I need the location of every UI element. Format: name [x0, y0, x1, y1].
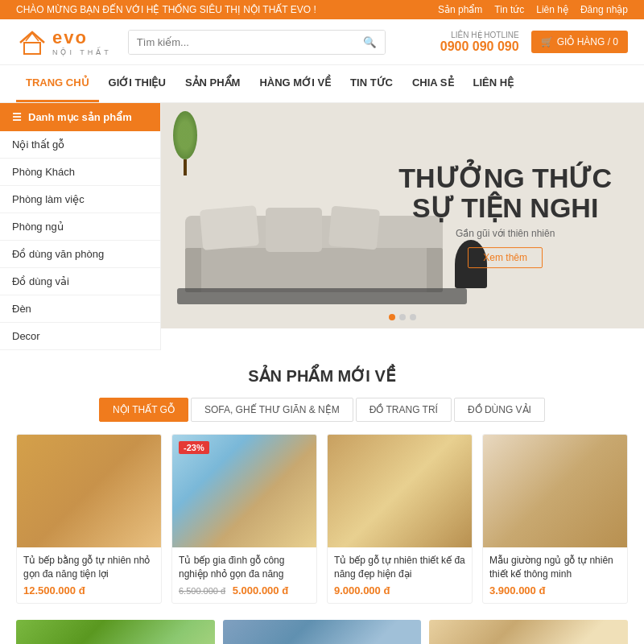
search-input[interactable]: [129, 31, 355, 54]
section-title: SẢN PHẨM MỚI VỀ: [16, 366, 628, 386]
top-bar-message: CHÀO MỪNG BẠN ĐẾN VỚI HỆ THỐNG SIÊU THỊ …: [16, 4, 316, 15]
product-name-3: Tủ bếp gỗ tự nhiên thiết kế đa năng đẹp …: [334, 554, 465, 580]
content-area: ☰ Danh mục sản phẩm Nội thất gỗ Phòng Kh…: [0, 103, 644, 350]
sidebar-item-phongkhach[interactable]: Phòng Khách: [0, 159, 160, 186]
price-group-2: 6.500.000 đ 5.000.000 đ: [179, 584, 310, 597]
product-image-4: [483, 435, 627, 547]
product-grid: Tủ bếp bằng gỗ tự nhiên nhỏ gọn đa năng …: [16, 434, 628, 604]
cart-label: GIỎ HÀNG / 0: [557, 36, 618, 47]
sidebar-header-label: Danh mục sản phẩm: [28, 111, 132, 123]
dot-1[interactable]: [389, 314, 395, 320]
product-info-2: Tủ bếp gia đình gỗ công nghiệp nhỏ gọn đ…: [172, 547, 316, 603]
hero-text: THƯỞNG THỨC SỰ TIỆN NGHI Gần gũi với thi…: [398, 163, 612, 268]
hotline-number: 0900 090 090: [440, 39, 519, 54]
sidebar-header: ☰ Danh mục sản phẩm: [0, 103, 160, 131]
logo-icon: [16, 28, 48, 56]
svg-rect-0: [24, 43, 40, 54]
category-card-phongnu[interactable]: PHÒNG NGỦ: [429, 620, 628, 644]
hero-subtext: Gần gũi với thiên nhiên: [398, 228, 612, 239]
product-card-3[interactable]: Tủ bếp gỗ tự nhiên thiết kế đa năng đẹp …: [327, 434, 473, 604]
hero-heading: THƯỞNG THỨC SỰ TIỆN NGHI: [398, 163, 612, 224]
cushion2: [266, 208, 322, 252]
nav-item-sanpham[interactable]: SẢN PHẨM: [175, 65, 250, 102]
sidebar-item-noithatgo[interactable]: Nội thất gỗ: [0, 131, 160, 159]
topbar-link-2[interactable]: Liên hệ: [536, 4, 568, 15]
main-nav: TRANG CHỦ GIỚI THIỆU SẢN PHẨM HÀNG MỚI V…: [0, 65, 644, 103]
topbar-link-3[interactable]: Đăng nhập: [580, 4, 628, 15]
hotline-label: LIÊN HỆ HOTLINE: [440, 31, 519, 39]
sidebar-item-phonglamviec[interactable]: Phòng làm việc: [0, 186, 160, 213]
top-bar: CHÀO MỪNG BẠN ĐẾN VỚI HỆ THỐNG SIÊU THỊ …: [0, 0, 644, 19]
product-name-1: Tủ bếp bằng gỗ tự nhiên nhỏ gọn đa năng …: [23, 554, 155, 580]
tab-dotrangri[interactable]: ĐỒ TRANG TRÍ: [356, 398, 452, 422]
header: evo NỘI THẤT 🔍 LIÊN HỆ HOTLINE 0900 090 …: [0, 19, 644, 65]
nav-item-chiase[interactable]: CHIA SẺ: [402, 65, 464, 102]
search-box[interactable]: 🔍: [128, 30, 386, 55]
sidebar-item-phongnu[interactable]: Phòng ngủ: [0, 213, 160, 241]
menu-icon: ☰: [12, 111, 22, 123]
product-price-4: 3.900.000 đ: [489, 584, 621, 597]
product-info-3: Tủ bếp gỗ tự nhiên thiết kế đa năng đẹp …: [328, 547, 472, 603]
rug: [177, 288, 467, 304]
product-card-2[interactable]: -23% Tủ bếp gia đình gỗ công nghiệp nhỏ …: [171, 434, 317, 604]
logo-sub: NỘI THẤT: [52, 48, 112, 56]
tab-dodungvai[interactable]: ĐỒ DÙNG VẢI: [454, 398, 545, 422]
sidebar-item-den[interactable]: Đèn: [0, 295, 160, 323]
logo: evo NỘI THẤT: [16, 27, 112, 56]
product-price-1: 12.500.000 đ: [23, 584, 155, 597]
category-card-phonglamviec[interactable]: PHÒNG LÀM VIỆC: [223, 620, 422, 644]
product-card-4[interactable]: Mẫu giường ngủ gỗ tự nhiên thiết kế thôn…: [482, 434, 628, 604]
hero-heading-1: THƯỞNG THỨC: [398, 163, 612, 193]
nav-item-lienhe[interactable]: LIÊN HỆ: [464, 65, 524, 102]
sidebar-item-dodungvanphong[interactable]: Đồ dùng văn phòng: [0, 241, 160, 268]
topbar-link-0[interactable]: Sản phẩm: [438, 4, 482, 15]
dot-2[interactable]: [399, 314, 406, 320]
product-name-4: Mẫu giường ngủ gỗ tự nhiên thiết kế thôn…: [489, 554, 621, 580]
sofa-armL: [185, 248, 201, 292]
discount-badge-2: -23%: [179, 441, 209, 454]
product-price-3: 9.000.000 đ: [334, 584, 465, 597]
nav-item-trangchu[interactable]: TRANG CHỦ: [16, 65, 99, 102]
plant: [165, 111, 205, 167]
product-name-2: Tủ bếp gia đình gỗ công nghiệp nhỏ gọn đ…: [179, 554, 310, 580]
hero-dots: [389, 314, 416, 320]
hotline: LIÊN HỆ HOTLINE 0900 090 090: [440, 31, 519, 54]
search-icon: 🔍: [363, 36, 377, 48]
product-image-1: [17, 435, 161, 547]
sidebar-item-decor[interactable]: Decor: [0, 323, 160, 350]
product-old-price-2: 6.500.000 đ: [179, 586, 225, 596]
product-info-1: Tủ bếp bằng gỗ tự nhiên nhỏ gọn đa năng …: [17, 547, 161, 603]
cushion3: [328, 205, 380, 250]
header-right: LIÊN HỆ HOTLINE 0900 090 090 🛒 GIỎ HÀNG …: [440, 31, 628, 54]
hero-banner: THƯỞNG THỨC SỰ TIỆN NGHI Gần gũi với thi…: [161, 103, 644, 328]
tab-noithatgo[interactable]: NỘI THẤT GỖ: [99, 398, 188, 422]
nav-item-hangmoive[interactable]: HÀNG MỚI VỀ: [250, 65, 341, 102]
category-card-phongkhach[interactable]: PHÒNG KHÁCH: [16, 620, 215, 644]
product-price-2: 5.000.000 đ: [233, 584, 288, 597]
product-tabs: NỘI THẤT GỖ SOFA, GHẾ THƯ GIÃN & NỆM ĐỒ …: [16, 398, 628, 422]
dot-3[interactable]: [410, 314, 416, 320]
product-image-2: -23%: [172, 435, 316, 547]
new-products-section: SẢN PHẨM MỚI VỀ NỘI THẤT GỖ SOFA, GHẾ TH…: [0, 350, 644, 620]
hero-cta-button[interactable]: Xem thêm: [468, 247, 543, 268]
hero-heading-2: SỰ TIỆN NGHI: [398, 194, 612, 224]
tab-sofa[interactable]: SOFA, GHẾ THƯ GIÃN & NỆM: [191, 398, 353, 422]
sidebar-item-dodungvai[interactable]: Đồ dùng vải: [0, 268, 160, 295]
category-grid: PHÒNG KHÁCH PHÒNG LÀM VIỆC PHÒNG NGỦ: [0, 620, 644, 644]
logo-text-group: evo NỘI THẤT: [52, 27, 112, 56]
sidebar: ☰ Danh mục sản phẩm Nội thất gỗ Phòng Kh…: [0, 103, 161, 350]
cart-icon: 🛒: [541, 36, 553, 47]
top-bar-links: Sản phẩm Tin tức Liên hệ Đăng nhập: [438, 4, 628, 15]
nav-item-tintuc[interactable]: TIN TỨC: [341, 65, 402, 102]
cart-button[interactable]: 🛒 GIỎ HÀNG / 0: [531, 31, 628, 53]
logo-name: evo: [52, 27, 112, 48]
product-image-3: [328, 435, 472, 547]
product-info-4: Mẫu giường ngủ gỗ tự nhiên thiết kế thôn…: [483, 547, 627, 603]
search-button[interactable]: 🔍: [355, 31, 385, 54]
product-card-1[interactable]: Tủ bếp bằng gỗ tự nhiên nhỏ gọn đa năng …: [16, 434, 162, 604]
topbar-link-1[interactable]: Tin tức: [494, 4, 524, 15]
nav-item-gioithieu[interactable]: GIỚI THIỆU: [99, 65, 175, 102]
cushion1: [200, 205, 259, 250]
